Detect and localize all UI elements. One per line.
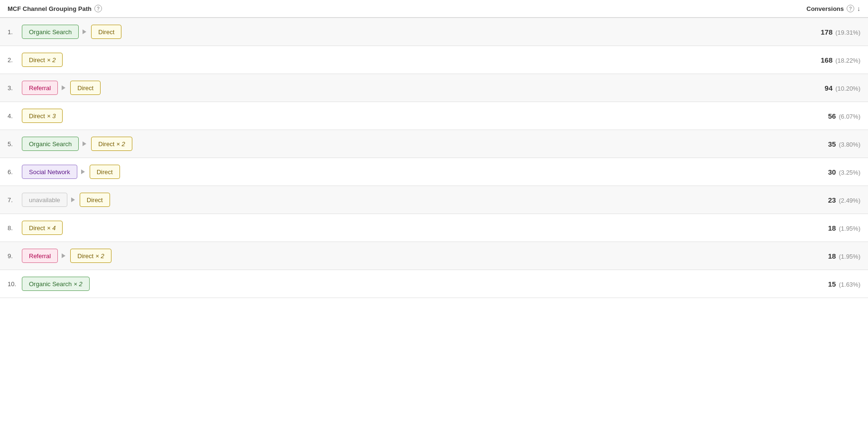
conversion-pct: (2.49%) [839,197,860,204]
svg-marker-2 [83,141,86,146]
row-number: 6. [8,168,22,176]
table-row: 10.Organic Search × 215(1.63%) [0,270,868,298]
row-path: ReferralDirect × 2 [22,249,709,263]
svg-marker-3 [81,169,85,174]
conversions-column-header: Conversions ? ↓ [709,5,860,12]
conversion-pct: (10.20%) [835,85,860,92]
arrow-separator [82,140,88,147]
row-path: Direct × 4 [22,221,709,235]
conversion-pct: (3.80%) [839,141,860,148]
arrow-separator [61,252,67,259]
arrow-separator [82,28,88,35]
table-body: 1.Organic SearchDirect178(19.31%)2.Direc… [0,18,868,298]
row-conversions: 23(2.49%) [709,196,860,204]
conversion-value: 18 [828,252,836,260]
svg-marker-5 [62,253,65,258]
conversion-value: 56 [828,112,836,120]
conversion-value: 168 [821,56,832,64]
row-path: Organic Search × 2 [22,277,709,291]
channel-tag-yellow: Direct × 2 [91,137,132,151]
row-number: 3. [8,84,22,92]
row-conversions: 56(6.07%) [709,112,860,120]
row-number: 5. [8,140,22,148]
conversion-value: 18 [828,224,836,232]
row-path: unavailableDirect [22,193,709,207]
table-row: 9.ReferralDirect × 218(1.95%) [0,242,868,270]
channel-tag-green: Organic Search [22,137,79,151]
conversion-value: 35 [828,140,836,148]
table-row: 3.ReferralDirect94(10.20%) [0,74,868,102]
channel-tag-yellow: Direct [80,193,110,207]
svg-marker-0 [83,29,86,34]
row-number: 7. [8,196,22,204]
row-conversions: 178(19.31%) [709,28,860,36]
channel-tag-yellow: Direct [90,165,120,179]
table-row: 6.Social NetworkDirect30(3.25%) [0,158,868,186]
row-path: Direct × 3 [22,109,709,123]
row-conversions: 30(3.25%) [709,168,860,176]
conversion-pct: (18.22%) [835,57,860,64]
row-conversions: 15(1.63%) [709,280,860,288]
arrow-separator [61,84,67,91]
channel-tag-yellow: Direct × 2 [22,53,63,67]
conversion-pct: (1.95%) [839,225,860,232]
conversion-value: 30 [828,168,836,176]
row-number: 1. [8,28,22,36]
conversion-value: 15 [828,280,836,288]
conversion-pct: (6.07%) [839,113,860,120]
conversions-help-icon[interactable]: ? [847,5,854,12]
path-column-header: MCF Channel Grouping Path ? [8,5,709,12]
row-conversions: 35(3.80%) [709,140,860,148]
path-help-icon[interactable]: ? [94,5,102,12]
arrow-separator [70,196,77,203]
svg-marker-4 [71,197,75,202]
channel-tag-green: Organic Search [22,25,79,39]
conversion-pct: (1.95%) [839,253,860,260]
row-conversions: 94(10.20%) [709,84,860,92]
row-path: Direct × 2 [22,53,709,67]
mcf-table: MCF Channel Grouping Path ? Conversions … [0,0,868,298]
channel-tag-yellow: Direct [70,81,101,95]
channel-tag-pink: Referral [22,81,58,95]
sort-icon[interactable]: ↓ [857,5,860,12]
channel-tag-gray: unavailable [22,193,67,207]
row-number: 8. [8,224,22,232]
arrow-separator [80,168,87,175]
table-row: 1.Organic SearchDirect178(19.31%) [0,18,868,46]
conversions-column-label: Conversions [806,5,844,12]
conversion-value: 178 [821,28,832,36]
row-number: 4. [8,112,22,120]
conversion-value: 94 [825,84,833,92]
table-row: 2.Direct × 2168(18.22%) [0,46,868,74]
table-row: 8.Direct × 418(1.95%) [0,214,868,242]
conversion-pct: (19.31%) [835,29,860,36]
row-conversions: 18(1.95%) [709,252,860,260]
conversion-pct: (1.63%) [839,281,860,288]
channel-tag-green: Organic Search × 2 [22,277,90,291]
channel-tag-yellow: Direct × 2 [70,249,111,263]
row-conversions: 18(1.95%) [709,224,860,232]
row-number: 9. [8,252,22,260]
table-row: 5.Organic SearchDirect × 235(3.80%) [0,130,868,158]
row-number: 2. [8,56,22,64]
path-column-label: MCF Channel Grouping Path [8,5,92,12]
channel-tag-pink: Referral [22,249,58,263]
row-path: Organic SearchDirect [22,25,709,39]
channel-tag-yellow: Direct × 4 [22,221,63,235]
channel-tag-purple: Social Network [22,165,77,179]
table-row: 4.Direct × 356(6.07%) [0,102,868,130]
row-path: ReferralDirect [22,81,709,95]
table-row: 7.unavailableDirect23(2.49%) [0,186,868,214]
conversion-pct: (3.25%) [839,169,860,176]
row-conversions: 168(18.22%) [709,56,860,64]
row-path: Social NetworkDirect [22,165,709,179]
svg-marker-1 [62,85,65,90]
row-number: 10. [8,280,22,288]
conversion-value: 23 [828,196,836,204]
channel-tag-yellow: Direct [91,25,121,39]
channel-tag-yellow: Direct × 3 [22,109,63,123]
row-path: Organic SearchDirect × 2 [22,137,709,151]
table-header: MCF Channel Grouping Path ? Conversions … [0,0,868,18]
